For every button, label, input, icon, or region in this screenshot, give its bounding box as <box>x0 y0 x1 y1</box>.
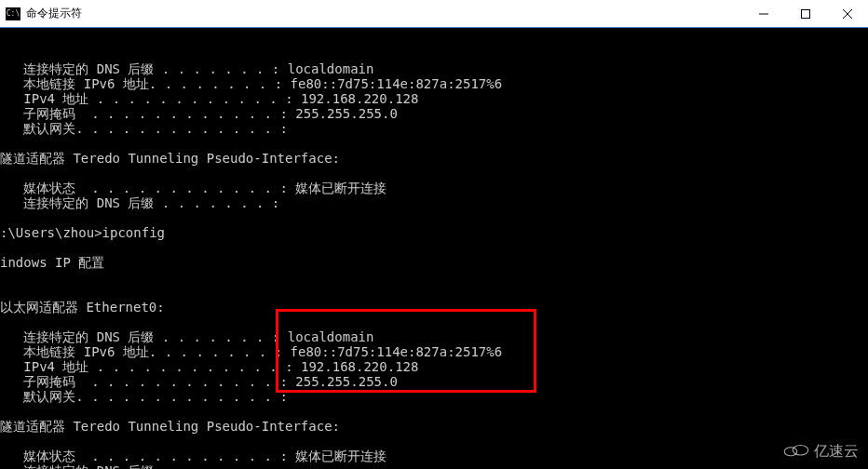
svg-rect-1 <box>801 9 809 18</box>
cloud-icon <box>782 441 810 462</box>
watermark: 亿速云 <box>782 441 859 462</box>
watermark-text: 亿速云 <box>814 442 859 462</box>
svg-point-5 <box>793 446 808 456</box>
window-titlebar: C:\ 命令提示符 <box>0 0 868 28</box>
window-controls <box>742 0 868 27</box>
close-button[interactable] <box>826 0 868 27</box>
svg-point-4 <box>784 448 797 456</box>
window-title: 命令提示符 <box>26 6 742 21</box>
cmd-icon: C:\ <box>6 7 20 20</box>
maximize-button[interactable] <box>784 0 826 27</box>
minimize-button[interactable] <box>742 0 784 27</box>
terminal-output[interactable]: 连接特定的 DNS 后缀 . . . . . . . : localdomain… <box>0 28 868 469</box>
